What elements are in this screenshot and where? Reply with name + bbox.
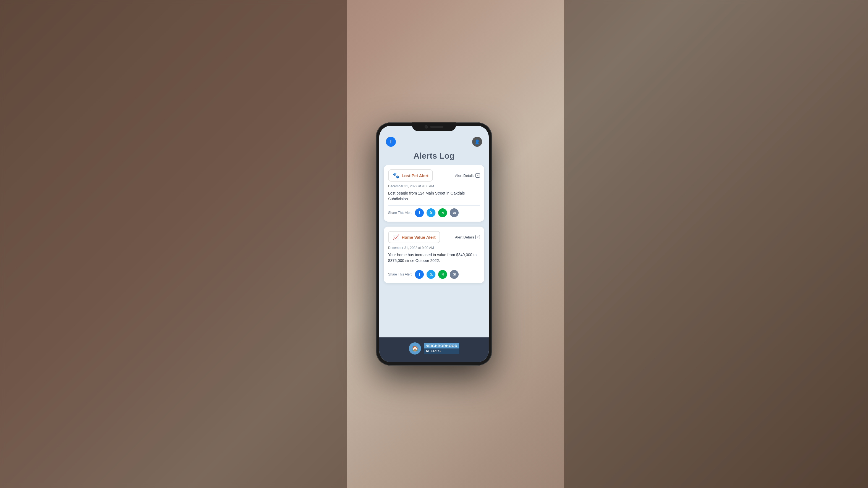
footer-house-icon: 🏠	[409, 343, 421, 355]
home-value-share-label: Share This Alert	[388, 272, 412, 276]
lost-pet-facebook-share[interactable]: f	[415, 208, 424, 217]
lost-pet-nextdoor-share[interactable]: N	[438, 208, 447, 217]
phone-screen: f 👤 Alerts Log 🐾 Lost Pet Alert Alert De…	[379, 126, 489, 362]
alerts-scroll-container[interactable]: 🐾 Lost Pet Alert Alert Details ↗ Decembe…	[379, 165, 489, 337]
home-value-share-section: Share This Alert f 𝕏 N ✉	[388, 270, 480, 279]
home-value-share-icons: f 𝕏 N ✉	[415, 270, 459, 279]
home-value-facebook-share[interactable]: f	[415, 270, 424, 279]
lost-pet-details-link[interactable]: Alert Details ↗	[455, 173, 480, 178]
footer-brand-line2: ALERTS	[424, 349, 459, 354]
notch-camera	[425, 125, 428, 129]
footer-brand-line1: NEIGHBORHOOD	[424, 343, 459, 349]
lost-pet-description: Lost beagle from 124 Main Street in Oakd…	[388, 190, 480, 202]
facebook-icon-letter: f	[390, 139, 392, 145]
lost-pet-email-share[interactable]: ✉	[450, 208, 459, 217]
lost-pet-share-section: Share This Alert f 𝕏 N ✉	[388, 208, 480, 217]
background-blur-right	[564, 0, 868, 488]
home-value-external-link-icon: ↗	[475, 235, 480, 239]
phone-device: f 👤 Alerts Log 🐾 Lost Pet Alert Alert De…	[376, 122, 492, 366]
notch-speaker	[430, 126, 443, 128]
home-value-email-share[interactable]: ✉	[450, 270, 459, 279]
lost-pet-twitter-share[interactable]: 𝕏	[427, 208, 435, 217]
paw-icon: 🐾	[393, 172, 399, 179]
lost-pet-share-label: Share This Alert	[388, 211, 412, 215]
footer-brand-text: NEIGHBORHOOD ALERTS	[424, 343, 459, 354]
user-icon-glyph: 👤	[474, 139, 480, 144]
footer-logo: 🏠 NEIGHBORHOOD ALERTS	[409, 343, 459, 355]
lost-pet-label: Lost Pet Alert	[402, 173, 429, 178]
lost-pet-share-icons: f 𝕏 N ✉	[415, 208, 459, 217]
home-value-icon: 📈	[393, 234, 399, 240]
home-value-label: Home Value Alert	[402, 235, 436, 239]
user-profile-icon[interactable]: 👤	[472, 137, 482, 147]
house-glyph: 🏠	[412, 345, 418, 352]
page-title: Alerts Log	[379, 149, 489, 165]
home-value-type-button[interactable]: 📈 Home Value Alert	[388, 231, 440, 243]
home-value-nextdoor-share[interactable]: N	[438, 270, 447, 279]
background-blur-left	[0, 0, 347, 488]
facebook-top-icon[interactable]: f	[386, 137, 396, 147]
card-2-header: 📈 Home Value Alert Alert Details ↗	[388, 231, 480, 243]
home-value-details-text: Alert Details	[455, 235, 474, 239]
home-value-twitter-share[interactable]: 𝕏	[427, 270, 435, 279]
home-value-description: Your home has increased in value from $3…	[388, 252, 480, 264]
app-footer: 🏠 NEIGHBORHOOD ALERTS	[379, 337, 489, 362]
lost-pet-alert-card: 🐾 Lost Pet Alert Alert Details ↗ Decembe…	[384, 165, 484, 222]
lost-pet-date: December 31, 2022 at 9:00 AM	[388, 184, 480, 188]
lost-pet-type-button[interactable]: 🐾 Lost Pet Alert	[388, 169, 433, 182]
phone-notch	[412, 122, 456, 131]
external-link-icon: ↗	[475, 173, 480, 178]
card-1-header: 🐾 Lost Pet Alert Alert Details ↗	[388, 169, 480, 182]
home-value-date: December 31, 2022 at 9:00 AM	[388, 246, 480, 250]
lost-pet-details-text: Alert Details	[455, 173, 474, 178]
home-value-details-link[interactable]: Alert Details ↗	[455, 235, 480, 239]
home-value-alert-card: 📈 Home Value Alert Alert Details ↗ Decem…	[384, 227, 484, 283]
